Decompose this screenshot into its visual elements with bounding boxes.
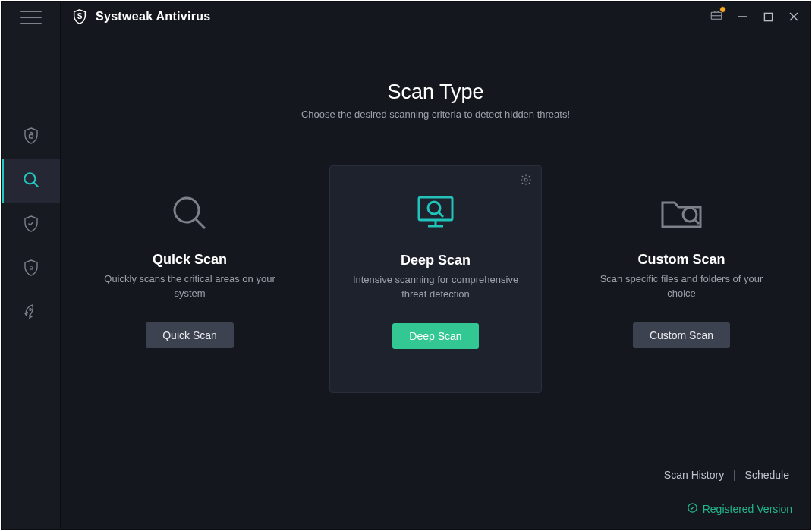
deep-scan-button[interactable]: Deep Scan — [392, 323, 478, 349]
custom-scan-button[interactable]: Custom Scan — [633, 322, 730, 348]
card-title: Custom Scan — [593, 252, 770, 268]
app-logo-icon: S — [71, 8, 88, 25]
card-desc: Quickly scans the critical areas on your… — [102, 272, 278, 301]
svg-point-14 — [524, 178, 527, 181]
registered-label: Registered Version — [703, 503, 792, 515]
svg-point-12 — [175, 198, 199, 222]
svg-point-1 — [24, 173, 35, 184]
svg-text:S: S — [77, 12, 83, 20]
svg-point-20 — [683, 208, 697, 222]
notifications-button[interactable] — [709, 9, 724, 24]
card-desc: Scan specific files and folders of your … — [593, 272, 770, 301]
sidebar-item-boost[interactable] — [2, 291, 60, 335]
main-content: Scan Type Choose the desired scanning cr… — [61, 2, 810, 529]
app-title: Systweak Antivirus — [96, 10, 211, 24]
window-controls — [709, 9, 810, 24]
quick-scan-button[interactable]: Quick Scan — [146, 322, 234, 348]
notification-badge-icon — [719, 6, 726, 13]
menu-toggle-button[interactable] — [2, 2, 60, 33]
scan-history-link[interactable]: Scan History — [664, 469, 724, 481]
maximize-button[interactable] — [760, 9, 776, 24]
registered-status: Registered Version — [687, 502, 792, 516]
close-button[interactable] — [786, 9, 801, 24]
shield-check-icon — [22, 215, 40, 236]
svg-line-2 — [33, 182, 38, 187]
custom-scan-icon — [593, 188, 770, 238]
shield-lock-icon — [22, 127, 40, 148]
sidebar-item-email[interactable]: e — [2, 247, 60, 291]
magnify-icon — [21, 170, 41, 193]
gear-icon — [520, 175, 532, 188]
svg-point-18 — [428, 202, 440, 214]
svg-line-13 — [196, 219, 205, 228]
card-custom-scan: Custom Scan Scan specific files and fold… — [575, 165, 788, 393]
check-circle-icon — [687, 502, 698, 516]
card-quick-scan: Quick Scan Quickly scans the critical ar… — [83, 165, 296, 393]
svg-point-4 — [29, 309, 30, 310]
deep-scan-settings-button[interactable] — [520, 174, 532, 189]
page-title: Scan Type — [61, 80, 810, 104]
title-bar: S Systweak Antivirus — [61, 2, 810, 32]
left-column: e — [2, 2, 61, 529]
sidebar-item-protect[interactable] — [2, 203, 60, 247]
separator: | — [733, 469, 736, 481]
deep-scan-icon — [348, 189, 523, 239]
schedule-link[interactable]: Schedule — [745, 469, 789, 481]
app-window: e S Systweak Antivirus — [1, 1, 811, 530]
svg-line-19 — [439, 212, 443, 217]
minimize-button[interactable] — [735, 9, 750, 24]
page-heading: Scan Type Choose the desired scanning cr… — [61, 80, 810, 120]
quick-scan-icon — [102, 188, 278, 238]
svg-text:e: e — [29, 264, 33, 272]
svg-rect-9 — [764, 13, 772, 20]
footer-links: Scan History | Schedule — [664, 469, 789, 481]
card-title: Deep Scan — [348, 253, 523, 269]
page-subtitle: Choose the desired scanning criteria to … — [61, 108, 810, 120]
svg-rect-0 — [29, 135, 33, 139]
sidebar-item-scan[interactable] — [2, 159, 60, 203]
sidebar-item-shield[interactable] — [2, 115, 60, 159]
svg-line-21 — [695, 220, 699, 224]
rocket-icon — [22, 303, 40, 324]
scan-cards: Quick Scan Quickly scans the critical ar… — [61, 165, 810, 393]
card-desc: Intensive scanning for comprehensive thr… — [348, 273, 523, 302]
card-title: Quick Scan — [102, 252, 278, 268]
card-deep-scan: Deep Scan Intensive scanning for compreh… — [329, 165, 542, 393]
svg-rect-15 — [419, 197, 452, 220]
shield-e-icon: e — [22, 259, 40, 280]
